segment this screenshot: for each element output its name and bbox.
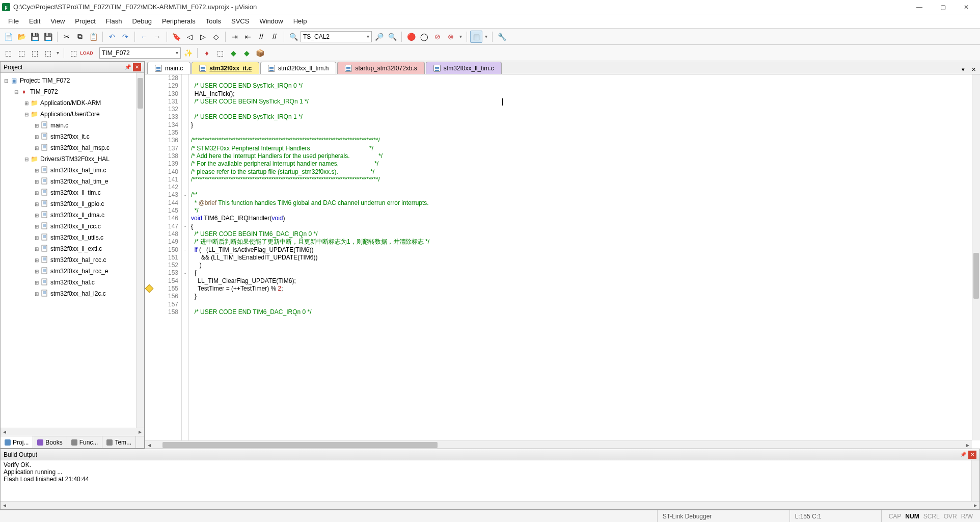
fold-gutter[interactable]: ---- — [182, 74, 189, 449]
pack-installer-icon[interactable]: 📦 — [254, 47, 266, 59]
tree-file[interactable]: ⊞main.c — [1, 120, 144, 131]
build-output-text[interactable]: Verify OK.Application running ...Flash L… — [1, 460, 979, 509]
bookmark-clear-icon[interactable]: ◇ — [210, 31, 222, 43]
menu-file[interactable]: File — [3, 15, 24, 27]
comment-icon[interactable]: // — [255, 31, 267, 43]
code-editor[interactable]: 1281291301311321331341351361371381391401… — [145, 74, 980, 449]
menu-debug[interactable]: Debug — [127, 15, 157, 27]
download-icon[interactable]: LOAD — [80, 47, 93, 59]
configure-icon[interactable]: 🔧 — [496, 31, 508, 43]
tree-group[interactable]: ⊞📁Application/MDK-ARM — [1, 97, 144, 109]
project-tab[interactable]: Tem... — [102, 436, 136, 448]
target-combo[interactable]: TIM_F072 ▾ — [99, 47, 181, 59]
tree-group[interactable]: ⊟📁Application/User/Core — [1, 109, 144, 120]
outdent-icon[interactable]: ⇤ — [242, 31, 254, 43]
tree-file[interactable]: ⊞stm32f0xx_ll_dma.c — [1, 210, 144, 221]
file-ext-icon[interactable]: ⬚ — [214, 47, 226, 59]
nav-back-icon[interactable]: ← — [138, 31, 150, 43]
menu-peripherals[interactable]: Peripherals — [157, 15, 201, 27]
tree-target[interactable]: ⊟♦TIM_F072 — [1, 86, 144, 97]
editor-tab[interactable]: startup_stm32f072xb.s — [337, 62, 424, 74]
editor-tab[interactable]: stm32f0xx_it.c — [192, 62, 259, 74]
new-file-icon[interactable]: 📄 — [2, 31, 14, 43]
close-icon[interactable]: ✕ — [133, 63, 141, 71]
debug-icon[interactable]: 🔴 — [405, 31, 417, 43]
manage-rte-icon[interactable]: ◆ — [227, 47, 239, 59]
menu-flash[interactable]: Flash — [101, 15, 127, 27]
tree-file[interactable]: ⊞stm32f0xx_hal.c — [1, 277, 144, 288]
editor-tab[interactable]: main.c — [147, 62, 190, 74]
indent-icon[interactable]: ⇥ — [229, 31, 241, 43]
tree-root[interactable]: ⊟▣Project: TIM_F072 — [1, 75, 144, 86]
menu-tools[interactable]: Tools — [201, 15, 226, 27]
breakpoint-disable-icon[interactable]: ⊘ — [431, 31, 444, 43]
project-tab[interactable]: Func... — [67, 436, 103, 448]
tree-file[interactable]: ⊞stm32f0xx_hal_i2c.c — [1, 288, 144, 299]
close-icon[interactable]: ✕ — [968, 451, 976, 459]
menu-svcs[interactable]: SVCS — [226, 15, 254, 27]
find-icon[interactable]: 🔍 — [287, 31, 300, 43]
editor-tab[interactable]: stm32f0xx_ll_tim.h — [260, 62, 336, 74]
editor-tab[interactable]: stm32f0xx_ll_tim.c — [426, 62, 502, 74]
scrollbar[interactable]: ◂▸ — [1, 501, 979, 509]
tree-file[interactable]: ⊞stm32f0xx_ll_rcc.c — [1, 221, 144, 232]
scrollbar[interactable] — [136, 73, 144, 428]
code-source[interactable]: /* USER CODE END SysTick_IRQn 0 */ HAL_I… — [189, 74, 980, 449]
pin-icon[interactable]: 📌 — [959, 451, 967, 459]
open-icon[interactable]: 📂 — [15, 31, 28, 43]
horizontal-scrollbar[interactable]: ◂▸ — [145, 440, 972, 449]
tree-file[interactable]: ⊞stm32f0xx_ll_tim.c — [1, 187, 144, 198]
incremental-find-icon[interactable]: 🔍 — [386, 31, 398, 43]
project-tree[interactable]: ⊟▣Project: TIM_F072 ⊟♦TIM_F072⊞📁Applicat… — [1, 73, 144, 428]
redo-icon[interactable]: ↷ — [119, 31, 131, 43]
menu-window[interactable]: Window — [254, 15, 288, 27]
tree-file[interactable]: ⊞stm32f0xx_hal_tim.c — [1, 165, 144, 176]
tree-file[interactable]: ⊞stm32f0xx_hal_msp.c — [1, 142, 144, 153]
tree-file[interactable]: ⊞stm32f0xx_hal_tim_e — [1, 176, 144, 187]
menu-edit[interactable]: Edit — [24, 15, 45, 27]
breakpoint-kill-icon[interactable]: ⊗ — [445, 31, 457, 43]
scrollbar[interactable] — [971, 460, 979, 501]
tree-file[interactable]: ⊞stm32f0xx_ll_exti.c — [1, 243, 144, 254]
stop-build-icon[interactable]: ⬚ — [67, 47, 79, 59]
rebuild-icon[interactable]: ⬚ — [29, 47, 41, 59]
find-combo[interactable]: TS_CAL2 ▾ — [301, 31, 372, 42]
dropdown-icon[interactable]: ▾ — [483, 34, 489, 39]
tree-file[interactable]: ⊞stm32f0xx_ll_utils.c — [1, 232, 144, 243]
tree-hscroll[interactable]: ◂ ▸ — [1, 428, 144, 436]
bookmark-next-icon[interactable]: ▷ — [197, 31, 209, 43]
save-all-icon[interactable]: 💾 — [42, 31, 54, 43]
tree-file[interactable]: ⊞stm32f0xx_hal_rcc.c — [1, 254, 144, 266]
copy-icon[interactable]: ⧉ — [74, 31, 86, 43]
vertical-scrollbar[interactable] — [972, 74, 980, 440]
undo-icon[interactable]: ↶ — [106, 31, 118, 43]
tree-file[interactable]: ⊞stm32f0xx_it.c — [1, 131, 144, 142]
menu-view[interactable]: View — [45, 15, 70, 27]
cut-icon[interactable]: ✂ — [61, 31, 73, 43]
menu-help[interactable]: Help — [288, 15, 312, 27]
project-tab[interactable]: Proj... — [1, 436, 33, 448]
translate-icon[interactable]: ⬚ — [2, 47, 14, 59]
save-icon[interactable]: 💾 — [29, 31, 41, 43]
maximize-button[interactable]: ▢ — [931, 0, 955, 14]
dropdown-icon[interactable]: ▾ — [458, 34, 464, 39]
dropdown-icon[interactable]: ▾ — [55, 50, 61, 56]
menu-project[interactable]: Project — [70, 15, 100, 27]
target-options-icon[interactable]: ✨ — [182, 47, 194, 59]
manage-icon[interactable]: ♦ — [201, 47, 213, 59]
select-pack-icon[interactable]: ◆ — [240, 47, 253, 59]
tree-file[interactable]: ⊞stm32f0xx_ll_gpio.c — [1, 198, 144, 210]
close-button[interactable]: ✕ — [955, 0, 978, 14]
tab-menu-icon[interactable]: ▾ — [959, 65, 968, 74]
window-layout-icon[interactable]: ▦ — [470, 31, 482, 43]
nav-forward-icon[interactable]: → — [151, 31, 164, 43]
tab-close-icon[interactable]: ✕ — [969, 65, 978, 74]
uncomment-icon[interactable]: // — [268, 31, 281, 43]
bookmark-prev-icon[interactable]: ◁ — [183, 31, 196, 43]
bookmark-icon[interactable]: 🔖 — [170, 31, 182, 43]
breakpoint-icon[interactable]: ◯ — [418, 31, 430, 43]
paste-icon[interactable]: 📋 — [87, 31, 99, 43]
find-in-files-icon[interactable]: 🔎 — [373, 31, 385, 43]
tree-group[interactable]: ⊟📁Drivers/STM32F0xx_HAL — [1, 153, 144, 165]
tree-file[interactable]: ⊞stm32f0xx_hal_rcc_e — [1, 266, 144, 277]
